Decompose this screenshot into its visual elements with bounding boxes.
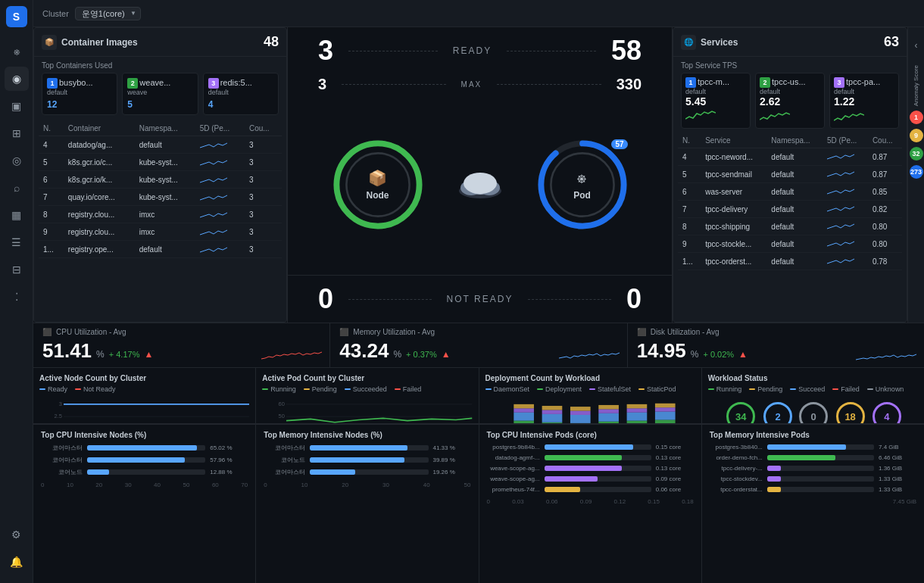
svg-rect-56 xyxy=(654,412,675,420)
memory-metric-label: Memory Utilization - Avg xyxy=(353,328,435,336)
cpu-metric-label: CPU Utilization - Avg xyxy=(56,328,126,336)
table-row: 4 datadog/ag... default 3 xyxy=(39,136,282,154)
topbar: Cluster 운영1(core) xyxy=(33,0,924,27)
cpu-nodes-xaxis: 010203040506070 xyxy=(41,480,248,490)
sidebar-item-chart[interactable]: ▦ xyxy=(5,203,29,227)
svg-rect-38 xyxy=(514,404,534,408)
ready-bar: 3 READY 58 xyxy=(288,27,672,74)
rank-1-badge: 1 xyxy=(47,78,58,89)
top-service-label: Top Service TPS xyxy=(673,57,907,73)
cpu-pod-bar-row: weave-scope-ag... 0.09 core xyxy=(487,475,694,482)
active-node-chart-area: 3 2.5 2 1.5 1 0.5 xyxy=(39,396,249,424)
top-container-2-ns: weave xyxy=(127,89,192,96)
container-images-panel: 📦 Container Images 48 Top Containers Use… xyxy=(33,27,287,323)
anomaly-badge-red[interactable]: 1 xyxy=(910,111,923,124)
svc-1-sparkline xyxy=(685,108,716,123)
container-table-wrap: N. Container Namespa... 5D (Pe... Cou...… xyxy=(34,121,286,258)
not-ready-bar: 0 NOT READY 0 xyxy=(288,275,672,323)
sidebar-item-blocks[interactable]: ⊟ xyxy=(5,257,29,282)
active-node-chart: Active Node Count by Cluster Ready Not R… xyxy=(33,368,256,423)
legend-failed: Failed xyxy=(395,385,422,393)
sidebar-item-toggle[interactable]: ◉ xyxy=(5,67,29,91)
deployment-count-title: Deployment Count by Workload xyxy=(485,374,695,382)
svg-rect-46 xyxy=(570,407,590,410)
svc-2-sparkline xyxy=(760,108,790,123)
cpu-pod-bar-row: weave-scope-ag... 0.13 core xyxy=(487,465,694,472)
cpu-pods-bars: postgres-9b84b... 0.15 core datadog-agmf… xyxy=(487,444,694,497)
svg-text:3: 3 xyxy=(59,401,62,407)
sidebar-item-globe[interactable]: ◎ xyxy=(5,148,29,173)
sidebar-item-nodes[interactable]: ▣ xyxy=(5,94,29,118)
svg-rect-42 xyxy=(542,406,562,410)
mem-nodes-section: Top Memory Intensive Nodes (%) 코어마스터 41.… xyxy=(256,425,479,583)
sidebar: S ⎈ ◉ ▣ ⊞ ◎ ⌕ ▦ ☰ ⊟ ⁚ ⚙ 🔔 xyxy=(0,0,33,583)
svg-rect-37 xyxy=(514,408,534,412)
nodes-pods-row: 📦 Node xyxy=(288,95,672,275)
notification-bell[interactable]: 🔔 xyxy=(5,550,29,574)
cloud-icon xyxy=(457,170,503,200)
cluster-select[interactable]: 운영1(core) xyxy=(75,7,141,20)
svc-rank-2: 2 xyxy=(760,77,770,88)
svc-3-tps: 1.22 xyxy=(834,95,894,108)
workload-circle-daemonset: 18 DaemonSet xyxy=(835,402,866,424)
anomaly-chevron[interactable]: ‹ xyxy=(904,33,925,58)
disk-sparkline xyxy=(856,348,916,363)
deployment-count-legend: DaemonSet Deployment StatefulSet StaticP… xyxy=(485,385,695,393)
top-container-3-count: 4 xyxy=(208,99,273,110)
memory-change-arrow: ▲ xyxy=(442,349,451,360)
pod-gauge-wrap: ⎈ Pod 57 xyxy=(533,136,632,234)
memory-metric-value: 43.24 xyxy=(339,339,389,363)
top-container-1-ns: default xyxy=(47,89,112,96)
bottom-row: Top CPU Intensive Nodes (%) 코어마스터 65.02 … xyxy=(33,424,924,583)
top-container-2-count: 5 xyxy=(127,99,192,110)
anomaly-badge-teal[interactable]: 32 xyxy=(910,147,923,161)
mem-pod-bar-row: tpcc-delivery-... 1.36 GiB xyxy=(710,465,916,472)
svc-3-ns: default xyxy=(834,88,894,95)
top-svc-1: 1tpcc-m... default 5.45 xyxy=(681,73,751,129)
col-perf: 5D (Pe... xyxy=(195,121,245,136)
ready-node-count: 3 xyxy=(318,35,333,67)
svg-rect-40 xyxy=(542,414,562,422)
workload-circle-deployment: 34 Deployment xyxy=(725,402,757,424)
svc-col-count: Cou... xyxy=(868,133,902,148)
disk-metric-unit: % xyxy=(691,349,699,360)
ready-label: READY xyxy=(453,45,492,56)
node-icon: 📦 xyxy=(368,169,387,187)
sidebar-item-kube[interactable]: ⎈ xyxy=(5,39,29,64)
cpu-node-bar-row: 코어마스터 65.02 % xyxy=(41,444,248,452)
table-row: 5 k8s.gcr.io/c... kube-syst... 3 xyxy=(39,154,282,171)
active-pod-chart-area: 60 50 40 30 20 10 xyxy=(262,396,472,424)
svc-1-tps: 5.45 xyxy=(685,95,746,108)
svc-1-name: tpcc-m... xyxy=(698,77,729,86)
workload-status-chart: Workload Status Running Pending Succeed xyxy=(702,368,924,423)
table-row: 6 k8s.gcr.io/k... kube-syst... 3 xyxy=(39,171,282,189)
top-container-cards: 1busybo... default 12 2weave... weave 5 … xyxy=(34,73,286,121)
col-count: Cou... xyxy=(245,121,282,136)
ready-pod-count: 58 xyxy=(611,35,641,67)
svg-rect-48 xyxy=(598,413,619,422)
workload-status-legend: Running Pending Succeed Failed xyxy=(708,385,918,393)
cpu-metric-value: 51.41 xyxy=(42,339,92,363)
not-ready-label: NOT READY xyxy=(447,294,514,304)
top-container-1: 1busybo... default 12 xyxy=(42,73,117,115)
anomaly-badge-orange[interactable]: 9 xyxy=(910,129,923,142)
cpu-nodes-title: Top CPU Intensive Nodes (%) xyxy=(41,431,248,439)
legend-pending: Pending xyxy=(304,385,337,393)
svg-text:50: 50 xyxy=(279,413,285,419)
sidebar-item-settings[interactable]: ⚙ xyxy=(5,522,29,547)
sidebar-item-list[interactable]: ☰ xyxy=(5,230,29,254)
deployment-count-chart: Deployment Count by Workload DaemonSet D… xyxy=(479,368,702,423)
metrics-row: ⬛ CPU Utilization - Avg 51.41 % + 4.17% … xyxy=(33,323,924,368)
memory-metric-icon: ⬛ xyxy=(339,328,348,336)
sidebar-item-grid[interactable]: ⊞ xyxy=(5,121,29,145)
app-logo[interactable]: S xyxy=(6,6,27,27)
anomaly-badge-blue[interactable]: 273 xyxy=(910,165,923,179)
workload-circle-replicaset: 0 ReplicaSet xyxy=(799,402,829,424)
cluster-select-wrap[interactable]: 운영1(core) xyxy=(75,7,141,20)
svc-rank-1: 1 xyxy=(685,77,696,88)
max-dotted-line xyxy=(342,84,445,85)
sidebar-item-dots[interactable]: ⁚ xyxy=(5,285,29,309)
memory-metric-unit: % xyxy=(393,349,401,360)
svg-text:2.5: 2.5 xyxy=(55,413,62,419)
sidebar-item-search[interactable]: ⌕ xyxy=(5,176,29,200)
